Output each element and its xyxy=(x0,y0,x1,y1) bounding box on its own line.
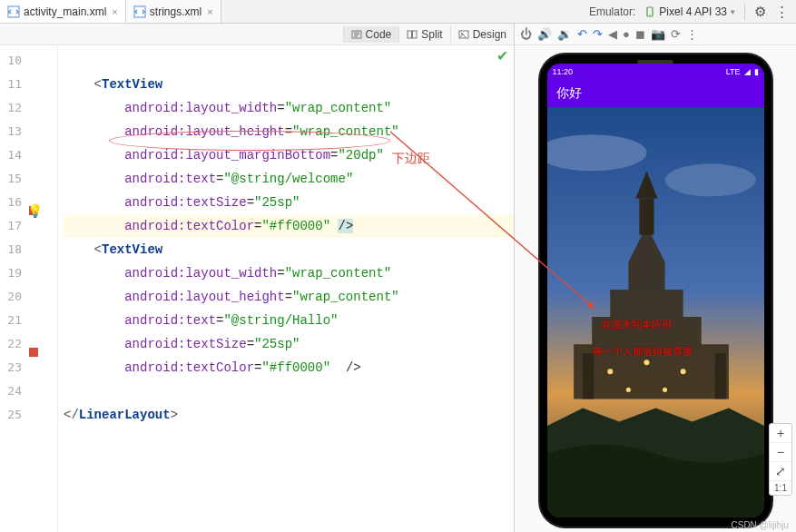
more-icon[interactable]: ⋮ xyxy=(775,4,789,20)
split-icon xyxy=(407,29,418,40)
app-title: 你好 xyxy=(556,85,582,102)
rotate-left-icon[interactable]: ↶ xyxy=(577,27,587,41)
phone-icon xyxy=(644,6,655,17)
close-icon[interactable]: × xyxy=(207,6,212,17)
editor-pane: Code Split Design 10 11 12 13 14 15 16 1… xyxy=(0,24,515,532)
fold-column xyxy=(45,45,58,532)
code-text[interactable]: <TextView android:layout_width="wrap_con… xyxy=(58,45,514,532)
design-mode-bar: Code Split Design xyxy=(0,24,514,45)
volume-up-icon[interactable]: 🔊 xyxy=(537,27,552,41)
separator xyxy=(744,4,745,20)
status-bar: 11:20 LTE ◢ ▮ xyxy=(547,64,764,80)
svg-point-19 xyxy=(625,388,630,392)
mode-label: Split xyxy=(421,28,442,41)
lightbulb-icon[interactable]: 💡 xyxy=(27,203,43,218)
svg-rect-14 xyxy=(583,353,594,399)
xml-file-icon xyxy=(7,5,20,18)
emulator-pane: ⏻ 🔊 🔉 ↶ ↷ ◀ ● ◼ 📷 ⟳ ⋮ 11:20 LTE ◢ xyxy=(515,24,796,532)
mode-label: Design xyxy=(473,28,506,41)
power-icon[interactable]: ⏻ xyxy=(520,27,532,41)
svg-point-20 xyxy=(663,388,667,392)
design-icon xyxy=(458,29,469,40)
battery-icon: ▮ xyxy=(754,67,759,76)
tab-strings[interactable]: strings.xml × xyxy=(126,0,221,23)
mode-code[interactable]: Code xyxy=(343,26,399,43)
device-selector[interactable]: Pixel 4 API 33 ▾ xyxy=(644,5,735,18)
code-area[interactable]: 10 11 12 13 14 15 16 17 18 19 20 21 22 2… xyxy=(0,45,514,532)
mode-split[interactable]: Split xyxy=(398,26,449,43)
phone-screen[interactable]: 11:20 LTE ◢ ▮ 你好 xyxy=(547,64,764,517)
svg-point-11 xyxy=(664,163,755,196)
svg-rect-6 xyxy=(413,31,418,38)
mode-label: Code xyxy=(366,28,392,41)
refresh-icon[interactable]: ⟳ xyxy=(671,27,681,41)
svg-point-18 xyxy=(680,369,685,374)
screenshot-icon[interactable]: 📷 xyxy=(651,27,665,41)
tab-activity-main[interactable]: activity_main.xml × xyxy=(0,0,126,23)
zoom-controls: + − ⤢ 1:1 xyxy=(769,423,792,496)
screen-text-2: 每一个人都值得被尊重 xyxy=(593,345,693,359)
top-right: Emulator: Pixel 4 API 33 ▾ ⚙ ⋮ xyxy=(589,4,796,20)
breakpoint-marker[interactable] xyxy=(29,348,38,357)
zoom-out-button[interactable]: − xyxy=(770,442,791,461)
mode-design[interactable]: Design xyxy=(450,26,514,43)
code-icon xyxy=(351,29,362,40)
zoom-fit-button[interactable]: ⤢ xyxy=(770,461,791,480)
svg-point-17 xyxy=(644,360,649,365)
close-icon[interactable]: × xyxy=(112,6,117,17)
home-icon[interactable]: ● xyxy=(623,27,630,41)
main: Code Split Design 10 11 12 13 14 15 16 1… xyxy=(0,24,796,532)
phone-frame: 11:20 LTE ◢ ▮ 你好 xyxy=(540,54,771,527)
chevron-down-icon: ▾ xyxy=(731,7,735,16)
svg-rect-12 xyxy=(639,198,654,234)
gear-icon[interactable]: ⚙ xyxy=(754,4,766,20)
emulator-toolbar: ⏻ 🔊 🔉 ↶ ↷ ◀ ● ◼ 📷 ⟳ ⋮ xyxy=(515,24,796,45)
status-time: 11:20 xyxy=(553,67,574,76)
back-icon[interactable]: ◀ xyxy=(608,27,617,41)
device-name: Pixel 4 API 33 xyxy=(659,5,727,18)
status-net: LTE xyxy=(726,67,741,76)
svg-rect-15 xyxy=(714,353,725,399)
tab-label: activity_main.xml xyxy=(24,5,106,18)
zoom-ratio-button[interactable]: 1:1 xyxy=(770,480,791,495)
rotate-right-icon[interactable]: ↷ xyxy=(593,27,603,41)
xml-file-icon xyxy=(133,5,146,18)
line-gutter: 10 11 12 13 14 15 16 17 18 19 20 21 22 2… xyxy=(0,45,27,532)
signal-icon: ◢ xyxy=(744,67,751,76)
check-icon: ✔ xyxy=(496,47,508,64)
screen-text-1: 欢迎来到本应用 xyxy=(602,318,672,331)
editor-tabs: activity_main.xml × strings.xml × xyxy=(0,0,221,23)
top-bar: activity_main.xml × strings.xml × Emulat… xyxy=(0,0,796,24)
volume-down-icon[interactable]: 🔉 xyxy=(557,27,572,41)
tab-label: strings.xml xyxy=(150,5,201,18)
emulator-label: Emulator: xyxy=(589,5,635,18)
app-bar: 你好 xyxy=(547,80,764,107)
svg-point-3 xyxy=(650,14,651,15)
overview-icon[interactable]: ◼ xyxy=(635,27,645,41)
watermark: CSDN @lijihju xyxy=(732,520,790,530)
svg-point-16 xyxy=(607,369,613,374)
more-icon[interactable]: ⋮ xyxy=(686,27,698,41)
svg-rect-5 xyxy=(408,31,412,38)
markers: 💡 xyxy=(27,45,45,532)
zoom-in-button[interactable]: + xyxy=(770,424,791,442)
emulator-stage: 11:20 LTE ◢ ▮ 你好 xyxy=(515,45,796,532)
wallpaper xyxy=(547,107,764,517)
